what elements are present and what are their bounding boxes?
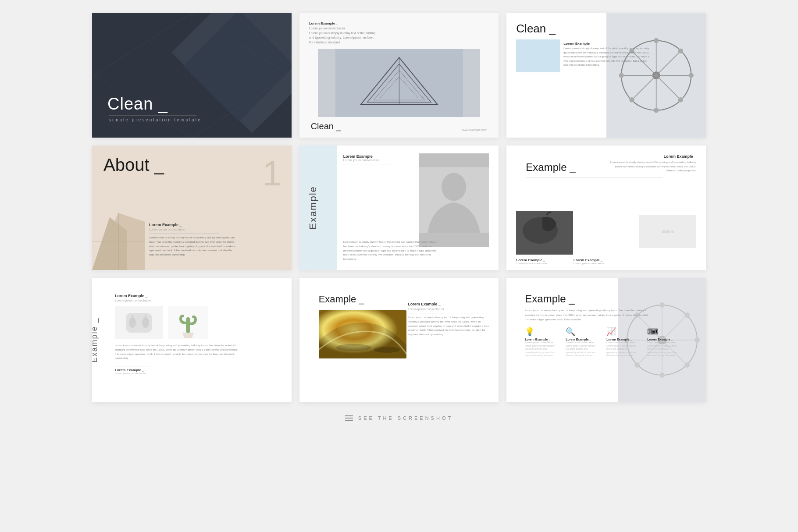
slide-7-bot-divider [115, 366, 150, 366]
slide-2-bottom: Clean _ www.example.com [309, 121, 489, 131]
slide-9-icon2-title: Lorem Example _ [566, 338, 598, 341]
slide-2-photo [318, 49, 481, 117]
slide-1-subtitle: simple presentation template [109, 117, 202, 122]
portrait-svg [419, 153, 489, 247]
slide-9-icon4-sub: Lorem ipsum consectatuer [647, 341, 680, 344]
slide-9-icon-3: 📈 Lorem Example _ Lorem ipsum consectatu… [606, 327, 639, 358]
slide-2-title: Clean _ [311, 121, 341, 131]
slide-4-arch [92, 213, 145, 270]
svg-point-43 [142, 317, 149, 328]
svg-point-21 [654, 38, 659, 43]
slide-7-top-title: Lorem Example _ [115, 294, 272, 298]
slide-3-blue-box [516, 39, 560, 72]
slide-9-content: Example _ Lorem ipsum is simply dummy te… [516, 286, 696, 365]
slide-6[interactable]: Example _ Lorem Example _ Lorem ipsum is… [506, 145, 706, 270]
svg-line-1 [94, 13, 192, 75]
metallic-svg [319, 310, 406, 358]
slide-9-icon3-sub: Lorem ipsum consectatuer [606, 341, 639, 344]
slide-1-title: Clean _ [107, 95, 168, 113]
slide-4-lorem-title: Lorem Example _ [149, 223, 237, 227]
slide-2-caption-sub: Lorem ipsum consectatuer [309, 27, 345, 30]
slide-8-r-divider [408, 313, 489, 313]
arch-svg [92, 213, 145, 270]
chart-icon: 📈 [606, 327, 639, 337]
svg-point-34 [442, 173, 466, 201]
slide-9-icon3-body: Lorem ipsum is simply dummy text of the … [606, 344, 639, 358]
hamburger-icon [345, 415, 353, 421]
slide-7-content: Lorem Example _ Lorem ipsum consectatuer [102, 286, 282, 382]
slide-5-body-text: Lorem ipsum is simply dummy text of the … [343, 240, 440, 261]
slide-9-icon2-body: Lorem ipsum is simply dummy text of the … [566, 344, 598, 358]
slide-5-lorem-sub: Lorem ipsum consectatuer [343, 159, 396, 162]
slide-6-right-title: Lorem Example _ [609, 154, 696, 159]
slide-9-icon-2: 🔍 Lorem Example _ Lorem ipsum consectatu… [566, 327, 598, 358]
svg-point-26 [678, 97, 683, 102]
ferris-wheel-svg [606, 13, 706, 138]
slide-3-text: Lorem Example _ Lorem ipsum is simply du… [563, 42, 651, 67]
slide-1[interactable]: Clean _ simple presentation template [92, 13, 292, 138]
slide-6-texture-img: texture [639, 215, 696, 248]
slide-5-ex-label: Example [307, 186, 319, 230]
svg-point-27 [629, 97, 634, 102]
slide-7[interactable]: Example _ Lorem Example _ Lorem ipsum co… [92, 278, 292, 402]
slide-7-ex-side: Example _ [92, 318, 99, 363]
slide-7-products-row [115, 306, 272, 339]
slide-5-top-text: Lorem Example _ Lorem ipsum consectatuer [343, 154, 396, 167]
slide-4-lorem-block: Lorem Example _ Lorem ipsum consectatuer… [149, 223, 237, 257]
slide-6-bot-2: Lorem Example _ Lorem ipsum consectatuer [574, 258, 605, 265]
slide-3-title: Clean _ [516, 22, 556, 35]
slide-3[interactable]: Clean _ Lorem Example _ Lorem ipsum is s… [506, 13, 706, 138]
svg-line-2 [192, 75, 289, 138]
svg-point-25 [678, 49, 683, 53]
slide-2[interactable]: Lorem Example _ Lorem ipsum consectatuer… [299, 13, 499, 138]
slide-1-divider [109, 115, 196, 116]
slide-8-r-body: Lorem ipsum is simply dummy text of the … [408, 316, 489, 337]
slide-7-bottom: Lorem Example _ Lorem ipsum consectatuer [115, 366, 253, 375]
slide-9-icon1-body: Lorem ipsum is simply dummy text of the … [525, 344, 558, 358]
slide-8-r-title: Lorem Example _ [408, 302, 489, 306]
svg-point-23 [654, 108, 659, 113]
earbuds-svg [115, 306, 163, 339]
slide-6-divider [526, 177, 663, 177]
slide-2-body-text: Lorem ipsum is simply dummy text of the … [309, 32, 376, 44]
svg-point-50 [374, 347, 400, 353]
slide-2-caption-title: Lorem Example _ [309, 21, 338, 25]
footer-label: SEE THE SCREENSHOT [358, 415, 453, 421]
slide-9-title: Example _ [525, 293, 688, 305]
slide-4-divider [149, 233, 219, 234]
texture-svg: texture [639, 215, 696, 248]
slide-6-right-text: Lorem Example _ Lorem ipsum is simply du… [609, 154, 696, 173]
slide-2-url: www.example.com [462, 128, 487, 131]
slide-9[interactable]: Example _ Lorem ipsum is simply dummy te… [506, 278, 706, 402]
slides-grid: Clean _ simple presentation template Lor… [92, 13, 706, 402]
slide-8[interactable]: Example _ [299, 278, 499, 402]
slide-5-divider [343, 164, 396, 164]
slide-6-bottom-labels: Lorem Example _ Lorem ipsum consectatuer… [516, 258, 604, 265]
slide-7-top-sub: Lorem ipsum consectatuer [115, 299, 272, 302]
svg-point-42 [129, 317, 136, 328]
slide-8-r-sub: Lorem ipsum consectatuer [408, 308, 489, 311]
slide-9-icon3-title: Lorem Example _ [606, 338, 639, 341]
slide-9-body: Lorem ipsum is simply dummy text of the … [525, 308, 648, 322]
slide-7-bot-sub: Lorem ipsum consectatuer [115, 372, 150, 375]
slide-7-body: Lorem ipsum is simply dummy text of the … [115, 344, 238, 360]
slide-6-bot1-sub: Lorem ipsum consectatuer [516, 262, 547, 265]
slide-6-bot1-title: Lorem Example _ [516, 258, 547, 262]
slide-8-car-photo [319, 310, 406, 358]
slide-6-bot2-sub: Lorem ipsum consectatuer [574, 262, 605, 265]
hamburger-line-3 [345, 420, 353, 421]
slide-9-icon-4: ⌨ Lorem Example _ Lorem ipsum consectatu… [647, 327, 680, 358]
bulb-icon: 💡 [525, 327, 558, 337]
search-icon: 🔍 [566, 327, 598, 337]
slide-8-right-text: Lorem Example _ Lorem ipsum consectatuer… [408, 302, 489, 337]
slide-4-number: 1 [262, 153, 282, 194]
slide-7-prod-2 [168, 306, 208, 339]
slide-5[interactable]: Example Lorem Example _ Lorem ipsum cons… [299, 145, 499, 270]
footer: SEE THE SCREENSHOT [345, 415, 453, 421]
hamburger-line-2 [345, 418, 353, 419]
slide-6-bot2-title: Lorem Example _ [574, 258, 605, 262]
slide-7-prod-1 [115, 306, 163, 339]
horse-svg [516, 211, 573, 255]
slide-4-lorem-sub: Lorem ipsum consectatuer [149, 228, 237, 231]
slide-4[interactable]: About _ 1 Lorem Example _ Lorem ipsum co… [92, 145, 292, 270]
